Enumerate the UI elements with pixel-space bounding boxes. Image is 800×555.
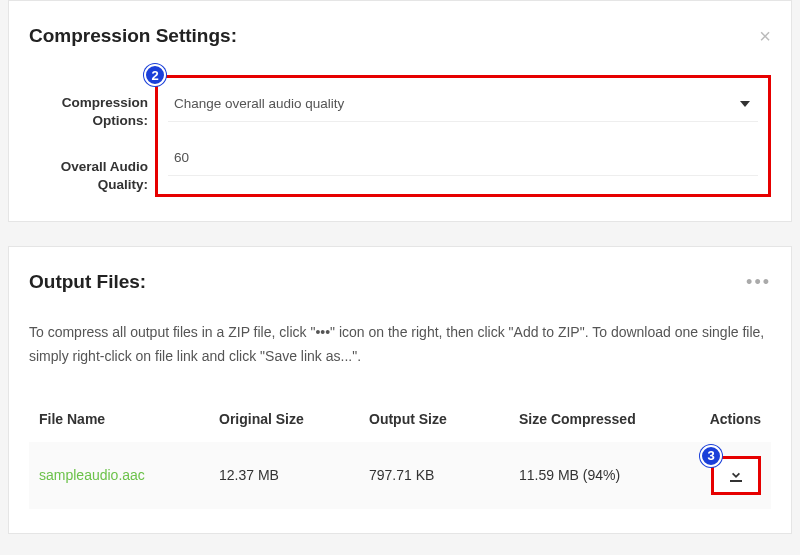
file-link[interactable]: sampleaudio.aac — [39, 467, 145, 483]
actions-cell: 3 — [694, 456, 761, 495]
table-row: sampleaudio.aac 12.37 MB 797.71 KB 11.59… — [29, 442, 771, 509]
quality-row: 60 — [168, 140, 758, 176]
overall-audio-quality-input[interactable]: 60 — [168, 140, 758, 176]
output-header: Output Files: ••• — [29, 271, 771, 293]
table-header: File Name Original Size Output Size Size… — [29, 397, 771, 442]
download-icon[interactable] — [728, 467, 744, 483]
output-files-panel: Output Files: ••• To compress all output… — [8, 246, 792, 534]
download-highlight-box: 3 — [711, 456, 761, 495]
compression-options-select[interactable]: Change overall audio quality — [168, 86, 758, 122]
output-help-text: To compress all output files in a ZIP fi… — [29, 321, 771, 369]
col-header-filename: File Name — [39, 411, 219, 427]
compression-settings-panel: Compression Settings: × 2 Compression Op… — [8, 0, 792, 222]
original-size-value: 12.37 MB — [219, 467, 369, 483]
col-header-output-size: Output Size — [369, 411, 519, 427]
step-badge-2: 2 — [144, 64, 166, 86]
compression-options-row: Change overall audio quality — [168, 86, 758, 122]
settings-highlight-box: 2 Compression Options: Change overall au… — [155, 75, 771, 197]
output-files-title: Output Files: — [29, 271, 146, 293]
compression-options-label: Compression Options: — [42, 94, 148, 130]
col-header-original-size: Original Size — [219, 411, 369, 427]
output-size-value: 797.71 KB — [369, 467, 519, 483]
col-header-size-compressed: Size Compressed — [519, 411, 694, 427]
step-badge-3: 3 — [700, 445, 722, 467]
col-header-actions: Actions — [694, 411, 761, 427]
output-files-table: File Name Original Size Output Size Size… — [29, 397, 771, 509]
close-icon[interactable]: × — [759, 26, 771, 46]
size-compressed-value: 11.59 MB (94%) — [519, 467, 694, 483]
more-icon[interactable]: ••• — [746, 273, 771, 291]
panel-header: Compression Settings: × — [29, 25, 771, 47]
compression-settings-title: Compression Settings: — [29, 25, 237, 47]
overall-audio-quality-label: Overall Audio Quality: — [42, 158, 148, 194]
